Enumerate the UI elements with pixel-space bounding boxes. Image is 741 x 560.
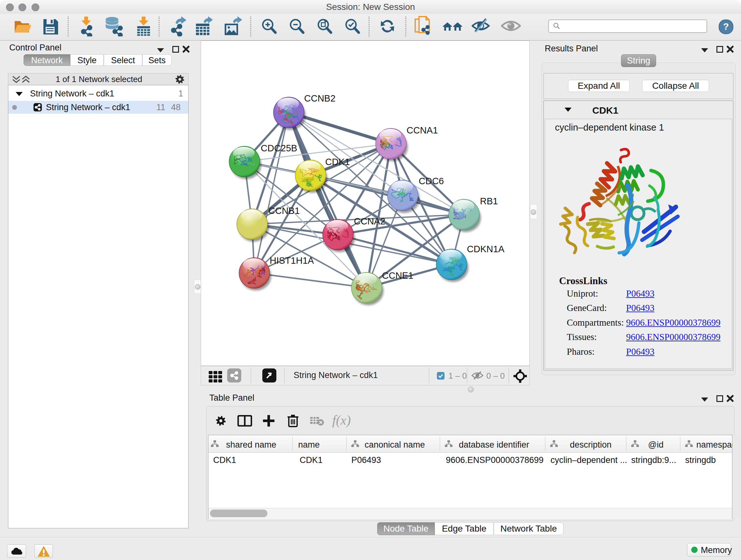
- svg-text:CCNB2: CCNB2: [304, 93, 335, 104]
- svg-text:CCNA2: CCNA2: [354, 216, 385, 226]
- svg-text:CDC25B: CDC25B: [261, 143, 297, 153]
- svg-text:CDC6: CDC6: [419, 176, 444, 186]
- svg-text:RB1: RB1: [480, 196, 498, 206]
- svg-text:CDKN1A: CDKN1A: [467, 244, 504, 254]
- svg-text:HIST1H1A: HIST1H1A: [270, 255, 314, 266]
- svg-text:CDK1: CDK1: [325, 157, 350, 167]
- svg-text:CCNB1: CCNB1: [268, 206, 300, 216]
- svg-text:CCNE1: CCNE1: [382, 270, 413, 281]
- svg-text:CCNA1: CCNA1: [407, 125, 438, 135]
